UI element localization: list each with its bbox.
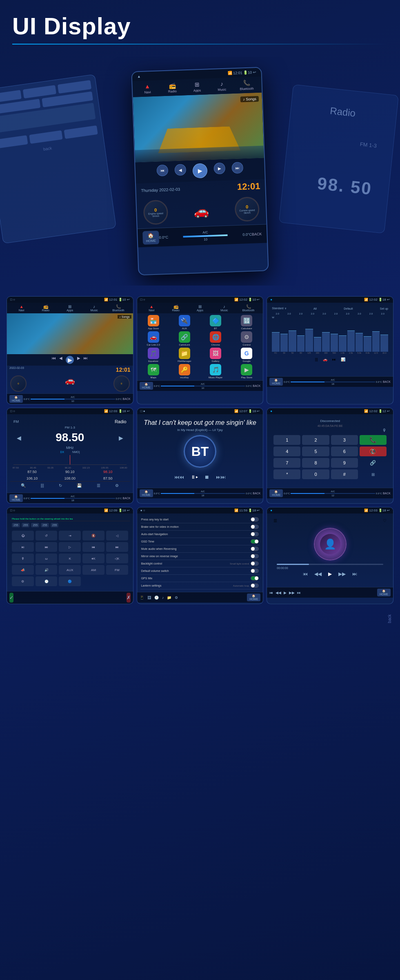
dial-6[interactable]: 6 bbox=[331, 446, 358, 456]
eq-bar-13[interactable] bbox=[372, 331, 380, 352]
sw-clock[interactable]: 🕐 bbox=[36, 576, 58, 586]
toggle-auto-start[interactable] bbox=[251, 532, 259, 536]
s8-icon-music[interactable]: ♪ bbox=[162, 596, 164, 600]
sw-play-pause[interactable]: ⏯ bbox=[12, 542, 34, 552]
sw-mute[interactable]: 🔇 bbox=[82, 531, 104, 540]
preset-2[interactable]: 90.10 bbox=[51, 469, 89, 475]
app-calc[interactable]: 🔢Calculator bbox=[232, 315, 261, 330]
s1-play[interactable]: ▶ bbox=[66, 356, 74, 364]
s1-nav-apps[interactable]: ⊞Apps bbox=[59, 304, 81, 312]
dial-link[interactable]: 🔗 bbox=[360, 458, 387, 468]
prev-btn[interactable]: ⏮ bbox=[156, 165, 168, 176]
eq-setup[interactable]: Set up bbox=[380, 307, 388, 310]
bt-stop[interactable]: ⏹ bbox=[204, 474, 209, 480]
preset-1[interactable]: 87.50 bbox=[13, 469, 51, 475]
dial-2[interactable]: 2 bbox=[302, 435, 329, 445]
s8-icon-clock[interactable]: 🕐 bbox=[154, 596, 159, 600]
radio-save-icon[interactable]: 💾 bbox=[77, 483, 82, 488]
app-bt[interactable]: 🔷BT bbox=[201, 315, 230, 330]
eq-icon-skip[interactable]: ⏭ bbox=[332, 357, 336, 362]
s3-back-btn[interactable]: BACK bbox=[383, 380, 391, 383]
s1-rew[interactable]: ◀ bbox=[59, 356, 62, 364]
sw-omega[interactable]: ω bbox=[36, 554, 58, 563]
sw-next-track[interactable]: ⏭ bbox=[36, 542, 58, 552]
radio-list-icon[interactable]: ☰ bbox=[97, 483, 100, 488]
next-btn[interactable]: ⏭ bbox=[231, 162, 243, 174]
s6-back-btn[interactable]: BACK bbox=[383, 492, 391, 495]
s9-home-btn[interactable]: 🏠 HOME bbox=[377, 589, 391, 596]
eq-bar-6[interactable] bbox=[314, 337, 321, 352]
s5-back-btn[interactable]: BACK bbox=[253, 492, 260, 495]
s8-home-btn[interactable]: 🏠 HOME bbox=[247, 594, 260, 601]
sw-am[interactable]: AM bbox=[82, 565, 104, 575]
player-prev[interactable]: ⏮ bbox=[303, 571, 308, 577]
s8-icon-settings[interactable]: ⚙ bbox=[175, 596, 178, 600]
eq-bar-2[interactable] bbox=[280, 334, 288, 352]
s1-prev[interactable]: ⏮ bbox=[52, 356, 56, 364]
s4-home-btn[interactable]: 🏠 HOME bbox=[9, 494, 23, 502]
player-next[interactable]: ⏭ bbox=[352, 571, 357, 577]
s8-icon-phone[interactable]: 📱 bbox=[140, 596, 144, 600]
s9-icon-5[interactable]: ⏭ bbox=[297, 591, 301, 595]
app-maps[interactable]: 🗺Maps bbox=[139, 364, 168, 379]
player-heart-icon[interactable]: ♡ bbox=[383, 518, 387, 523]
nav-music[interactable]: ♪ Music bbox=[211, 80, 233, 92]
home-button[interactable]: 🏠 HOME bbox=[142, 231, 159, 245]
eq-bar-10[interactable] bbox=[347, 330, 355, 352]
eq-bar-1[interactable] bbox=[272, 332, 279, 352]
toggle-mirror[interactable] bbox=[251, 554, 259, 558]
app-aux[interactable]: 🔌AUX bbox=[170, 315, 199, 330]
sw-fwd-arrow[interactable]: ▷ bbox=[59, 542, 81, 552]
sw-k[interactable]: K bbox=[59, 554, 81, 563]
s7-cancel-btn[interactable]: ✗ bbox=[127, 593, 131, 603]
eq-default[interactable]: Default bbox=[344, 307, 353, 310]
eq-bar-8[interactable] bbox=[331, 334, 338, 352]
back-button[interactable]: BACK bbox=[252, 232, 262, 236]
toggle-gps-mix[interactable] bbox=[251, 576, 259, 580]
eq-icon-car[interactable]: 🚗 bbox=[323, 357, 327, 362]
s2-nav-radio[interactable]: 📻Radio bbox=[164, 304, 187, 312]
bt-next[interactable]: ⏭⏭ bbox=[216, 474, 226, 480]
toggle-gsd[interactable] bbox=[251, 539, 259, 544]
dial-5[interactable]: 5 bbox=[302, 446, 329, 456]
eq-bar-3[interactable] bbox=[289, 330, 296, 352]
app-appstore[interactable]: 🏪App Store bbox=[139, 315, 168, 330]
s2-nav-navi[interactable]: ▲Navi bbox=[140, 304, 163, 312]
eq-bar-11[interactable] bbox=[356, 333, 363, 352]
sw-reset[interactable]: ↺ bbox=[36, 531, 58, 540]
app-carbitlink[interactable]: 🔗CarbitLink bbox=[170, 331, 199, 346]
freq-prev[interactable]: ◀ bbox=[17, 435, 21, 441]
dial-3[interactable]: 3 bbox=[331, 435, 358, 445]
s9-icon-1[interactable]: ⏮ bbox=[269, 591, 273, 595]
s1-nav-music[interactable]: ♪Music bbox=[83, 304, 105, 312]
nav-navi[interactable]: ▲ Navi bbox=[136, 83, 158, 94]
freq-next[interactable]: ▶ bbox=[119, 435, 123, 441]
s9-icon-4[interactable]: ▶▶ bbox=[289, 591, 295, 595]
s2-nav-apps[interactable]: ⊞Apps bbox=[189, 304, 211, 312]
app-google[interactable]: GGoogle bbox=[232, 348, 261, 362]
sw-mic[interactable]: 🎙 bbox=[12, 554, 34, 563]
player-fwd[interactable]: ▶▶ bbox=[338, 571, 346, 577]
toggle-mute[interactable] bbox=[251, 547, 259, 551]
toggle-vol-switch[interactable] bbox=[251, 569, 259, 573]
s6-home-btn[interactable]: 🏠 HOME bbox=[269, 489, 283, 497]
rew-btn[interactable]: ◀ bbox=[174, 164, 186, 176]
app-mcxkey[interactable]: 🔑mcxKey bbox=[170, 364, 199, 379]
nav-apps[interactable]: ⊞ Apps bbox=[186, 81, 208, 93]
s8-icon-file[interactable]: 📁 bbox=[167, 596, 171, 600]
app-filemanager[interactable]: 📁FileManager bbox=[170, 348, 199, 362]
s1-home-btn[interactable]: 🏠 HOME bbox=[9, 395, 23, 403]
radio-settings-icon[interactable]: ⚙ bbox=[115, 483, 119, 488]
s3-home-btn[interactable]: 🏠 HOME bbox=[269, 378, 283, 386]
toggle-backlight[interactable] bbox=[251, 561, 259, 566]
s5-home-btn[interactable]: 🏠 HOME bbox=[140, 489, 153, 497]
s2-nav-music[interactable]: ♪Music bbox=[213, 304, 236, 312]
dial-call[interactable]: 📞 bbox=[360, 435, 387, 445]
app-chrome[interactable]: 🌐Chrome bbox=[201, 331, 230, 346]
dial-0[interactable]: 0 bbox=[302, 469, 329, 479]
s7-confirm-btn[interactable]: ✓ bbox=[9, 593, 13, 603]
nav-radio[interactable]: 📻 Radio bbox=[161, 82, 183, 94]
s1-next[interactable]: ⏭ bbox=[84, 356, 88, 364]
toggle-lantern[interactable] bbox=[251, 583, 259, 588]
s2-nav-bt[interactable]: 📞Bluetooth bbox=[237, 304, 260, 312]
